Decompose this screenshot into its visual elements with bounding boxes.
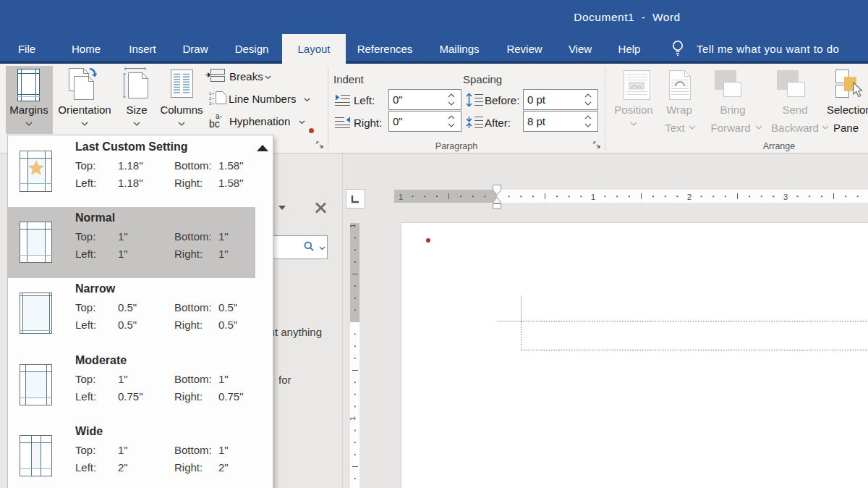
svg-text:2: 2 <box>687 193 692 201</box>
svg-text:2: 2 <box>209 96 211 101</box>
svg-text:1: 1 <box>209 91 211 96</box>
svg-text:1: 1 <box>350 416 357 421</box>
svg-text:3: 3 <box>209 101 211 106</box>
svg-text:1: 1 <box>350 224 357 228</box>
svg-text:3: 3 <box>783 193 788 201</box>
svg-text:1: 1 <box>591 193 595 201</box>
svg-text:1: 1 <box>399 193 403 201</box>
